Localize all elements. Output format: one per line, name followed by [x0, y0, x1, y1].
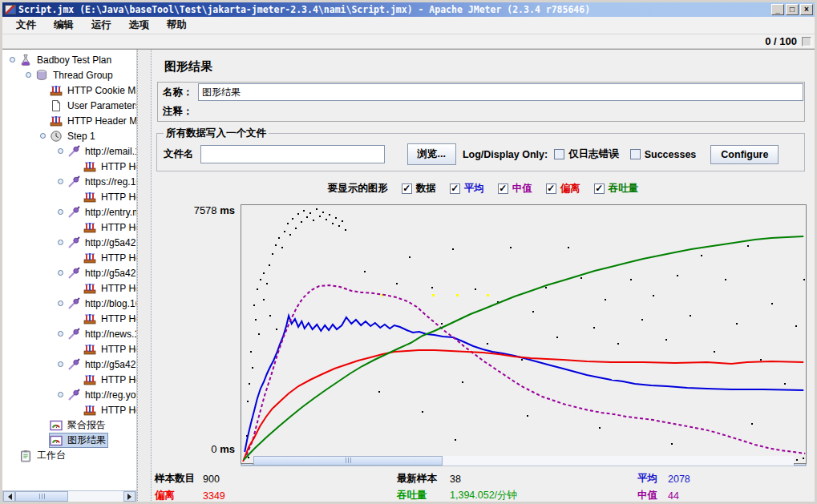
sampler-icon: [67, 389, 80, 401]
tree-node-http-heac[interactable]: HTTP Heac: [2, 159, 136, 174]
tree-node-http-heac[interactable]: HTTP Heac: [2, 280, 136, 296]
thread-group-icon: [35, 69, 48, 82]
name-input[interactable]: [198, 83, 803, 101]
stat-样本数目: 样本数目900: [155, 472, 397, 486]
tree-node-工作台[interactable]: 工作台: [2, 448, 136, 463]
tree-scroll-thumb[interactable]: [15, 491, 68, 502]
tree-expand-handle-icon[interactable]: [26, 72, 31, 78]
y-axis-max-label: 7578 ms: [152, 204, 235, 216]
menu-item-2[interactable]: 运行: [84, 17, 119, 34]
checkbox-label: 数据: [416, 182, 436, 196]
tree-node-badboy-test-plan[interactable]: Badboy Test Plan: [2, 52, 136, 67]
tree-node-http-reg-youd[interactable]: http://reg.youd: [2, 387, 136, 402]
page-title: 图形结果: [164, 59, 815, 75]
tree-expand-handle-icon[interactable]: [58, 240, 63, 245]
checkbox-unchecked-icon[interactable]: [554, 149, 564, 159]
tree-expand-handle-icon[interactable]: [58, 209, 63, 215]
tree-expand-handle-icon[interactable]: [40, 133, 46, 139]
tree-node-thread-group[interactable]: Thread Group: [2, 67, 136, 83]
graph-option-checkbox-3[interactable]: ✓偏离: [546, 182, 580, 196]
splitpane-divider[interactable]: [137, 50, 152, 502]
title-bar[interactable]: Script.jmx (E:\Java\baseTool\Test\jakart…: [2, 2, 815, 17]
tree-expand-handle-icon[interactable]: [58, 270, 63, 276]
maximize-button[interactable]: □: [786, 4, 799, 15]
checkbox-checked-icon[interactable]: ✓: [402, 183, 412, 194]
menu-item-4[interactable]: 帮助: [160, 17, 194, 34]
tree-expand-handle-icon[interactable]: [58, 331, 63, 337]
header-manager-icon: [83, 404, 96, 417]
tree-expand-handle-icon[interactable]: [58, 361, 63, 367]
name-label: 名称：: [158, 86, 198, 99]
tool-strip: 0 / 100: [2, 34, 815, 49]
tree-node-label: HTTP Header Mana: [66, 115, 136, 127]
configure-button[interactable]: Configure: [710, 145, 779, 164]
filename-input[interactable]: [200, 145, 385, 163]
graph-area: 7578 ms 0 ms: [152, 203, 815, 454]
browse-button[interactable]: 浏览...: [407, 143, 456, 165]
tree-node-http-blog-163-[interactable]: http://blog.163.: [2, 296, 136, 311]
scroll-left-icon[interactable]: [3, 491, 15, 502]
checkbox-checked-icon[interactable]: ✓: [450, 183, 460, 194]
checkbox-checked-icon[interactable]: ✓: [498, 183, 508, 194]
menu-item-3[interactable]: 选项: [122, 17, 156, 34]
tree-node-图形结果[interactable]: 图形结果: [2, 433, 136, 448]
tree-node-http-heac[interactable]: HTTP Heac: [2, 311, 136, 326]
graph-results-panel: 图形结果 名称： 注释： 所有数据写入一个文件 文件名 浏览...: [152, 50, 815, 502]
flask-icon: [19, 54, 32, 67]
checkbox-label: 仅日志错误: [568, 147, 619, 161]
tree-node-http-heac[interactable]: HTTP Heac: [2, 372, 136, 387]
tree-node-http-g5a42-ma[interactable]: http://g5a42.ma: [2, 235, 136, 250]
close-button[interactable]: ×: [800, 4, 813, 15]
tree-node-label: Badboy Test Plan: [35, 54, 113, 66]
tree-node-聚合报告[interactable]: 聚合报告: [2, 417, 136, 433]
scroll-right-icon[interactable]: [123, 491, 135, 502]
checkbox-checked-icon[interactable]: ✓: [594, 183, 605, 194]
tree-scroll-track[interactable]: [15, 491, 123, 502]
user-parameters-icon: [50, 99, 63, 112]
tree-node-label: https://reg.163: [83, 176, 136, 187]
graph-scroll-thumb[interactable]: [253, 456, 443, 466]
tree-node-user-parameters[interactable]: User Parameters: [2, 98, 136, 113]
menu-item-0[interactable]: 文件: [9, 17, 43, 34]
tree-node-http-heac[interactable]: HTTP Heac: [2, 341, 136, 357]
run-indicator: [802, 37, 811, 46]
graph-option-checkbox-0[interactable]: ✓数据: [402, 182, 436, 196]
tree-node-http-cookie-manag[interactable]: HTTP Cookie Manag: [2, 83, 136, 98]
graph-horizontal-scrollbar[interactable]: [241, 455, 807, 467]
tree-horizontal-scrollbar[interactable]: [2, 490, 136, 502]
tree-expand-handle-icon[interactable]: [58, 300, 63, 306]
header-manager-icon: [83, 252, 96, 264]
minimize-button[interactable]: _: [771, 4, 784, 15]
tree-node-https-reg-163[interactable]: https://reg.163: [2, 174, 136, 189]
tree-expand-handle-icon[interactable]: [10, 57, 15, 62]
tree-expand-handle-icon[interactable]: [58, 179, 63, 184]
tree-node-http-heac[interactable]: HTTP Heac: [2, 250, 136, 265]
tree-node-http-heac[interactable]: HTTP Heac: [2, 220, 136, 235]
tree-node-http-entry-mai[interactable]: http://entry.mai: [2, 204, 136, 220]
header-manager-icon: [83, 343, 96, 356]
comment-input[interactable]: [198, 103, 804, 119]
graph-option-checkbox-4[interactable]: ✓吞吐量: [594, 182, 639, 196]
log-checkbox-1[interactable]: Successes: [630, 149, 697, 160]
header-manager-icon: [83, 373, 96, 386]
tree-node-http-g5a42-ma[interactable]: http://g5a42.ma: [2, 357, 136, 372]
menu-item-1[interactable]: 编辑: [47, 17, 81, 34]
checkbox-label: 偏离: [560, 182, 580, 196]
tree-node-http-news-16[interactable]: http://news.16: [2, 326, 136, 341]
tree-expand-handle-icon[interactable]: [58, 148, 63, 154]
tree-node-step-1[interactable]: Step 1: [2, 128, 136, 143]
tree-scroll-area[interactable]: Badboy Test PlanThread GroupHTTP Cookie …: [2, 50, 136, 490]
graph-scroll-track[interactable]: [253, 456, 794, 466]
tree-node-http-heac[interactable]: HTTP Heac: [2, 189, 136, 204]
checkbox-unchecked-icon[interactable]: [630, 149, 641, 159]
graph-option-checkbox-2[interactable]: ✓中值: [498, 182, 532, 196]
tree-node-http-email-163[interactable]: http://email.163: [2, 143, 136, 159]
tree-node-http-heac[interactable]: HTTP Heac: [2, 402, 136, 417]
log-checkbox-0[interactable]: 仅日志错误: [554, 147, 619, 161]
graph-option-checkbox-1[interactable]: ✓平均: [450, 182, 484, 196]
tree-node-http-g5a42-ma[interactable]: http://g5a42.ma: [2, 265, 136, 280]
tree-expand-handle-icon[interactable]: [58, 392, 63, 397]
tree-node-http-header-mana[interactable]: HTTP Header Mana: [2, 113, 136, 128]
stat-偏离: 偏离3349: [155, 489, 397, 502]
checkbox-checked-icon[interactable]: ✓: [546, 183, 556, 194]
